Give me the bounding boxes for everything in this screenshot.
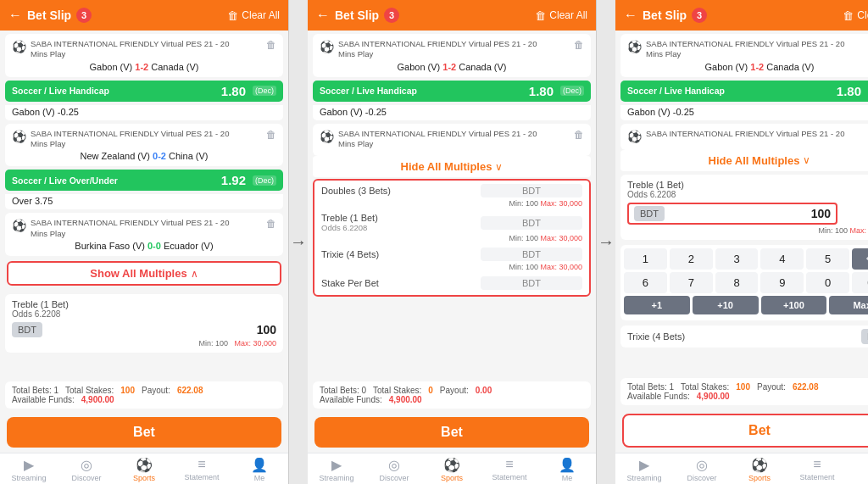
bet-dec-1: (Dec) (253, 86, 276, 96)
numpad-row-3: +1 +10 +100 Max (624, 296, 868, 314)
discover-label-3: Discover (687, 474, 716, 482)
nav-discover-2[interactable]: ◎ Discover (365, 457, 423, 482)
header-left-1: ← Bet Slip 3 (8, 8, 92, 23)
delete-bet-2[interactable]: 🗑 (266, 129, 276, 141)
delete-bet-p2-2[interactable]: 🗑 (574, 129, 584, 141)
stakes-val-p3: 100 (736, 382, 750, 392)
numpad-6[interactable]: 6 (624, 272, 667, 293)
max-label-1: Max: 30,000 (234, 339, 276, 348)
streaming-label-2: Streaming (319, 474, 353, 482)
bet-card-label-2: Soccer / Live Over/Under (12, 175, 118, 186)
trash-icon-3: 🗑 (843, 9, 854, 22)
stakes-val-p2: 0 (428, 386, 433, 395)
bet-org-3: SABA INTERNATIONAL FRIENDLY Virtual PES … (31, 218, 229, 228)
nav-me-1[interactable]: 👤 Me (231, 457, 288, 482)
bet-card-1: Soccer / Live Handicap 1.80 (Dec) (5, 81, 283, 102)
bet-teams-2: New Zealand (V) 0-2 China (V) (12, 151, 276, 161)
numpad-9[interactable]: 9 (760, 272, 804, 293)
delete-bet-1[interactable]: 🗑 (266, 39, 276, 51)
sports-label-2: Sports (441, 474, 463, 482)
team2-1: Canada (V) (151, 62, 198, 72)
nav-sports-1[interactable]: ⚽ Sports (115, 457, 173, 482)
numpad-0[interactable]: 0 (806, 272, 849, 293)
delete-bet-p2-1[interactable]: 🗑 (574, 39, 584, 51)
treble-amount-input-3[interactable] (671, 207, 831, 220)
clear-all-3[interactable]: 🗑 Clear All (843, 9, 868, 22)
statement-icon-1: ≡ (198, 457, 205, 472)
nav-sports-2[interactable]: ⚽ Sports (423, 457, 481, 482)
show-multiples-btn[interactable]: Show All Multiples ∧ (7, 261, 281, 286)
nav-sports-3[interactable]: ⚽ Sports (731, 457, 788, 482)
delete-bet-3[interactable]: 🗑 (266, 218, 276, 230)
numpad-3[interactable]: 3 (715, 248, 759, 270)
numpad-row-2: 6 7 8 9 0 00 (624, 272, 868, 293)
bet-button-3[interactable]: Bet (622, 414, 868, 448)
bet-button-1[interactable]: Bet (7, 417, 281, 448)
hide-multiples-btn-3[interactable]: Hide All Multiples ∨ (620, 150, 868, 171)
clear-all-1[interactable]: 🗑 Clear All (227, 9, 280, 22)
bet-item-2-left: ⚽ SABA INTERNATIONAL FRIENDLY Virtual PE… (12, 129, 266, 150)
nav-discover-1[interactable]: ◎ Discover (58, 457, 115, 482)
bet-teams-3: Burkina Faso (V) 0-0 Ecuador (V) (12, 241, 276, 251)
funds-val-p2: 4,900.00 (389, 395, 422, 404)
treble-section-1: Treble (1 Bet) Odds 6.2208 BDT Min: 100 … (5, 294, 283, 353)
numpad-max[interactable]: Max (829, 296, 868, 314)
numpad-plus100[interactable]: +100 (761, 296, 827, 314)
nav-discover-3[interactable]: ◎ Discover (673, 457, 731, 482)
nav-me-3[interactable]: 👤 Me (846, 457, 868, 482)
nav-me-2[interactable]: 👤 Me (538, 457, 596, 482)
treble-input-outlined: BDT (627, 203, 837, 225)
treble-section-3: Treble (1 Bet) Odds 6.2208 BDT Min: 100 … (620, 175, 868, 240)
arrow-2: → (597, 0, 615, 484)
sports-label-1: Sports (133, 474, 155, 482)
bet-item-p3-1-info: SABA INTERNATIONAL FRIENDLY Virtual PES … (646, 39, 844, 60)
total-bets-1: Total Bets: 1 (12, 386, 58, 395)
bet-button-2[interactable]: Bet (314, 417, 589, 448)
total-bets-p2: Total Bets: 0 (320, 386, 366, 395)
team1-3: Burkina Faso (V) (75, 241, 145, 251)
back-button-1[interactable]: ← (8, 8, 22, 23)
back-button-2[interactable]: ← (316, 8, 330, 23)
nav-streaming-3[interactable]: ▶ Streaming (615, 457, 673, 482)
numpad-1[interactable]: 1 (624, 248, 667, 270)
nav-streaming-2[interactable]: ▶ Streaming (308, 457, 365, 482)
team1-2: New Zealand (V) (80, 151, 150, 161)
me-label-2: Me (562, 474, 573, 482)
bottom-nav-1: ▶ Streaming ◎ Discover ⚽ Sports ≡ Statem… (0, 453, 288, 484)
nav-statement-1[interactable]: ≡ Statement (173, 457, 231, 482)
sports-icon-3: ⚽ (751, 457, 768, 473)
funds-label-1: Available Funds: (12, 395, 75, 404)
panel-3: ← Bet Slip 3 🗑 Clear All ⚽ SABA INTERNAT… (615, 0, 868, 484)
clear-all-2[interactable]: 🗑 Clear All (535, 9, 587, 22)
treble-amount-input-1[interactable] (47, 323, 276, 337)
panel-1: ← Bet Slip 3 🗑 Clear All ⚽ SABA INTERNAT… (0, 0, 289, 484)
numpad-backspace[interactable]: ⌫ (852, 248, 868, 270)
numpad-plus1[interactable]: +1 (624, 296, 690, 314)
treble-label-1: Treble (1 Bet) (12, 299, 276, 309)
soccer-icon-p2-2: ⚽ (320, 130, 334, 143)
numpad-2[interactable]: 2 (670, 248, 713, 270)
soccer-icon-p2-1: ⚽ (320, 40, 334, 53)
numpad-plus10[interactable]: +10 (693, 296, 759, 314)
numpad-7[interactable]: 7 (670, 272, 713, 293)
hide-multiples-btn-2[interactable]: Hide All Multiples ∨ (313, 156, 591, 177)
trash-icon-2: 🗑 (535, 9, 546, 22)
nav-streaming-1[interactable]: ▶ Streaming (0, 457, 58, 482)
numpad-4[interactable]: 4 (760, 248, 804, 270)
bet-item-1: ⚽ SABA INTERNATIONAL FRIENDLY Virtual PE… (5, 34, 283, 77)
discover-icon-2: ◎ (388, 457, 400, 473)
total-bets-p3: Total Bets: 1 (627, 382, 674, 392)
numpad-8[interactable]: 8 (715, 272, 759, 293)
header-title-3: Bet Slip (643, 8, 687, 22)
nav-statement-3[interactable]: ≡ Statement (788, 457, 846, 482)
numpad-5[interactable]: 5 (806, 248, 849, 270)
back-button-3[interactable]: ← (624, 8, 637, 23)
bet-mins-p2-2: Mins Play (338, 139, 537, 149)
clear-label-3: Clear All (857, 9, 868, 21)
bet-item-p2-1: ⚽ SABA INTERNATIONAL FRIENDLY Virtual PE… (313, 34, 591, 77)
numpad-00[interactable]: 00 (852, 272, 868, 293)
payout-val-p2: 0.00 (476, 386, 492, 395)
streaming-label-3: Streaming (626, 474, 661, 482)
stake-per-bet-row: Stake Per Bet BDT (321, 276, 582, 290)
nav-statement-2[interactable]: ≡ Statement (481, 457, 538, 482)
